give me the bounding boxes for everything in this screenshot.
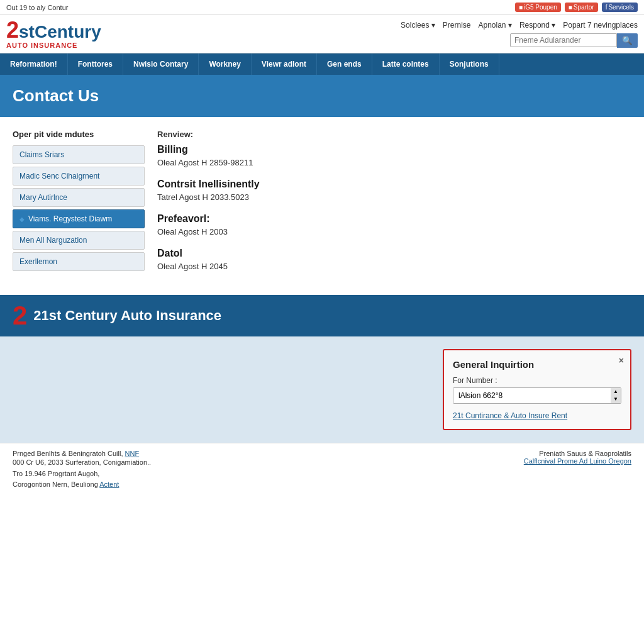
nav-solclees[interactable]: Solclees ▾ [401, 21, 435, 30]
nav-apnolan[interactable]: Apnolan ▾ [479, 21, 512, 30]
nav-item-viewr[interactable]: Viewr adlont [252, 53, 317, 75]
sidebar-item-exer[interactable]: Exerllemon [13, 252, 145, 271]
footer-right: Preniath Sauus & Raoprolatils Calflcniva… [524, 450, 631, 491]
nav-item-gen[interactable]: Gen ends [317, 53, 372, 75]
dialog-link[interactable]: 21t Cuntirance & Auto Insure Rent [453, 411, 621, 420]
header: 2stCentury AUTO INSURANCE Solclees ▾ Pre… [0, 15, 644, 53]
sidebar: Oper pit vide mdutes Claims Sriars Madic… [13, 130, 145, 282]
contrsit-section: Contrsit Inellisinently Tatrel Agost H 2… [157, 179, 631, 202]
sidebar-item-claims[interactable]: Claims Sriars [13, 145, 145, 164]
diamond-icon: ◆ [19, 216, 25, 223]
main-content: Renview: Billing Oleal Agost H 2859-9821… [157, 130, 631, 282]
sidebar-item-mary[interactable]: Mary Autirlnce [13, 188, 145, 207]
spinner-up[interactable]: ▲ [611, 388, 621, 396]
page-title: Contact Us [13, 86, 631, 106]
search-area: 🔍 [510, 33, 638, 48]
footer-nnf-link[interactable]: NNF [125, 450, 140, 457]
nav-item-latte[interactable]: Latte colntes [372, 53, 440, 75]
sidebar-item-men[interactable]: Men All Narguzation [13, 231, 145, 250]
bottom-right: General Inquirtion × For Number : ▲ ▼ 21… [430, 336, 644, 443]
top-bar-right: ■ iG5 Poupen ■ Spartor f Servicels [515, 3, 638, 12]
social-btn-fb[interactable]: f Servicels [602, 3, 638, 12]
logo-subtitle: AUTO INSURANCE [6, 42, 101, 49]
nav-prernise[interactable]: Prernise [443, 21, 471, 30]
footer-title: 21st Century Auto Insurance [33, 308, 221, 324]
sidebar-item-madic[interactable]: Madic Senc Cihaigrnent [13, 167, 145, 186]
billing-heading: Billing [157, 144, 631, 155]
bottom-left [0, 336, 430, 443]
nav-item-workney[interactable]: Workney [199, 53, 251, 75]
footer-actent-link[interactable]: Actent [99, 480, 119, 488]
dialog-close-button[interactable]: × [619, 355, 624, 365]
footer-addr-line3: Corogontion Nern, Beuliong Actent [13, 479, 151, 491]
page-footer: Prnged Benlhts & Beningratoh Cuill, NNF … [0, 443, 644, 497]
dialog-label: For Number : [453, 376, 621, 385]
social-btn-spartor[interactable]: ■ Spartor [565, 3, 598, 12]
header-nav: Solclees ▾ Prernise Apnolan ▾ Respond ▾ … [401, 21, 638, 30]
dialog: General Inquirtion × For Number : ▲ ▼ 21… [443, 349, 631, 430]
sidebar-title: Oper pit vide mdutes [13, 130, 145, 139]
footer-left: Prnged Benlhts & Beningratoh Cuill, NNF … [13, 450, 151, 491]
footer-big-two: 2 [13, 303, 27, 329]
footer-address: 000 Cr U6, 2033 Surferation, Conigamiati… [13, 457, 151, 491]
dialog-input[interactable] [453, 388, 611, 403]
contrsit-text: Tatrel Agost H 2033.5023 [157, 192, 631, 202]
spinner-down[interactable]: ▼ [611, 396, 621, 403]
logo-text: 2stCentury [6, 19, 101, 42]
nav-item-fonttores[interactable]: Fonttores [68, 53, 123, 75]
sidebar-item-viams[interactable]: ◆ Viams. Regystest Diawm [13, 209, 145, 228]
footer-left-line1: Prnged Benlhts & Beningratoh Cuill, NNF [13, 450, 151, 457]
social-btn-google[interactable]: ■ iG5 Poupen [515, 3, 561, 12]
footer-right-link[interactable]: Calflcnival Prome Ad Luino Oregon [524, 457, 631, 465]
search-button[interactable]: 🔍 [617, 33, 638, 48]
top-bar-left-text: Out 19 to aly Contur [6, 4, 68, 11]
content-area: Oper pit vide mdutes Claims Sriars Madic… [0, 117, 644, 295]
nav-item-sonjutions[interactable]: Sonjutions [440, 53, 499, 75]
contrsit-heading: Contrsit Inellisinently [157, 179, 631, 190]
prefeavorl-section: Prefeavorl: Oleal Agost H 2003 [157, 213, 631, 236]
page-title-bar: Contact Us [0, 75, 644, 117]
prefeavorl-heading: Prefeavorl: [157, 213, 631, 225]
logo: 2stCentury AUTO INSURANCE [6, 19, 101, 49]
datol-heading: Datol [157, 248, 631, 259]
dialog-input-area: ▲ ▼ [453, 387, 621, 404]
prefeavorl-text: Oleal Agost H 2003 [157, 227, 631, 236]
billing-text: Oleal Agost H 2859-98211 [157, 158, 631, 167]
footer-band: 2 21st Century Auto Insurance [0, 295, 644, 336]
section-label: Renview: [157, 130, 631, 139]
top-bar: Out 19 to aly Contur ■ iG5 Poupen ■ Spar… [0, 0, 644, 15]
main-nav: Reformation! Fonttores Nwisio Contary Wo… [0, 53, 644, 75]
search-input[interactable] [510, 33, 617, 47]
bottom-content: General Inquirtion × For Number : ▲ ▼ 21… [0, 336, 644, 443]
dialog-spinner: ▲ ▼ [611, 388, 621, 403]
nav-respond[interactable]: Respond ▾ [519, 21, 555, 30]
dialog-title: General Inquirtion [453, 359, 621, 370]
datol-section: Datol Oleal Agost H 2045 [157, 248, 631, 271]
billing-section: Billing Oleal Agost H 2859-98211 [157, 144, 631, 167]
nav-item-nwisio[interactable]: Nwisio Contary [123, 53, 199, 75]
nav-popart[interactable]: Popart 7 nevingplaces [563, 21, 638, 30]
datol-text: Oleal Agost H 2045 [157, 262, 631, 271]
nav-item-reformation[interactable]: Reformation! [0, 53, 68, 75]
